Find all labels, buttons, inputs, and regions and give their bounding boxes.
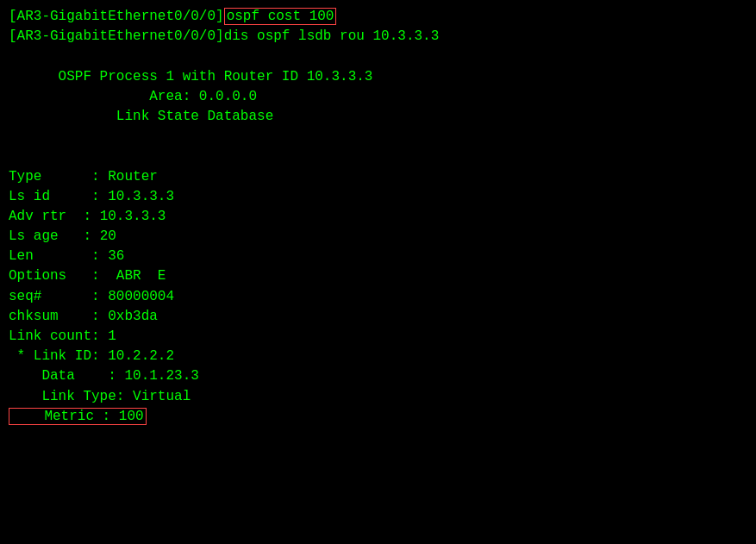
command-line-2: [AR3-GigabitEthernet0/0/0]dis ospf lsdb … xyxy=(9,27,747,47)
field-linktype: Link Type: Virtual xyxy=(9,387,747,407)
ospf-header-3: Link State Database xyxy=(9,107,747,127)
blank-line-3 xyxy=(9,147,747,166)
field-lsid: Ls id : 10.3.3.3 xyxy=(9,187,747,207)
blank-line-2 xyxy=(9,127,747,147)
field-len: Len : 36 xyxy=(9,247,747,266)
ospf-header-2: Area: 0.0.0.0 xyxy=(9,87,747,107)
prompt-1: [AR3-GigabitEthernet0/0/0] xyxy=(9,9,224,24)
blank-line-1 xyxy=(9,47,747,66)
field-chksum: chksum : 0xb3da xyxy=(9,307,747,327)
field-linkid: * Link ID: 10.2.2.2 xyxy=(9,347,747,366)
field-linkcount: Link count: 1 xyxy=(9,327,747,347)
ospf-cost-highlight: ospf cost 100 xyxy=(224,8,337,25)
field-seq: seq# : 80000004 xyxy=(9,287,747,307)
field-type: Type : Router xyxy=(9,167,747,187)
field-data: Data : 10.1.23.3 xyxy=(9,366,747,386)
terminal-window: [AR3-GigabitEthernet0/0/0]ospf cost 100 … xyxy=(9,7,747,537)
field-metric: Metric : 100 xyxy=(9,407,747,427)
field-advrtr: Adv rtr : 10.3.3.3 xyxy=(9,207,747,227)
ospf-header-1: OSPF Process 1 with Router ID 10.3.3.3 xyxy=(9,67,747,87)
command-line-1: [AR3-GigabitEthernet0/0/0]ospf cost 100 xyxy=(9,7,747,27)
field-options: Options : ABR E xyxy=(9,266,747,286)
metric-highlight: Metric : 100 xyxy=(9,408,147,425)
field-lsage: Ls age : 20 xyxy=(9,227,747,247)
